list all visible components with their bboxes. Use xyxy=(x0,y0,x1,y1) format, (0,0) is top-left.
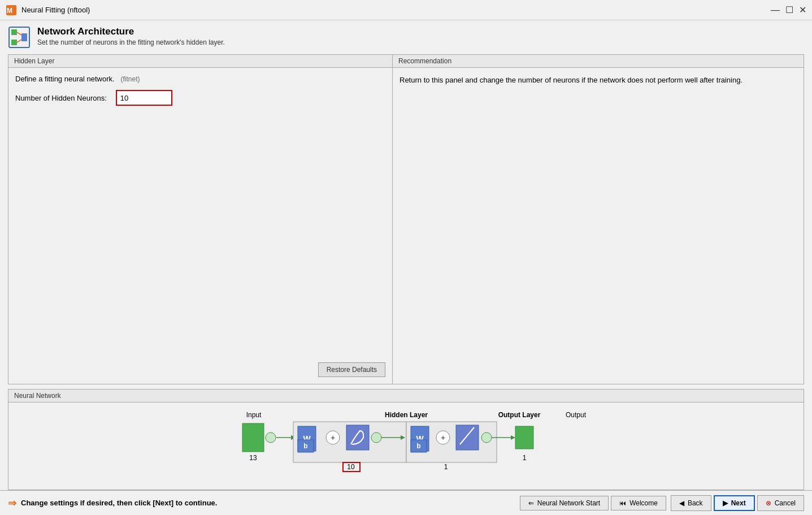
svg-point-24 xyxy=(371,432,381,443)
svg-text:M: M xyxy=(7,7,12,15)
svg-text:+: + xyxy=(440,433,445,442)
bottom-hint: ⇒ Change settings if desired, then click… xyxy=(8,497,217,509)
recommendation-header: Recommendation xyxy=(393,55,804,68)
page-title: Network Architecture xyxy=(37,26,225,37)
network-icon xyxy=(8,26,31,49)
svg-rect-4 xyxy=(11,40,17,45)
svg-text:1: 1 xyxy=(444,463,448,471)
hidden-layer-header: Hidden Layer xyxy=(8,55,392,68)
svg-text:Input: Input xyxy=(246,411,261,419)
maximize-icon[interactable]: ☐ xyxy=(785,5,793,15)
title-bar: M Neural Fitting (nftool) — ☐ ✕ xyxy=(0,0,812,20)
page-subtitle: Set the number of neurons in the fitting… xyxy=(37,38,225,46)
window-title: Neural Fitting (nftool) xyxy=(21,6,90,14)
minimize-icon[interactable]: — xyxy=(771,5,780,15)
neurons-row: Number of Hidden Neurons: xyxy=(15,90,385,106)
svg-text:b: b xyxy=(303,442,307,450)
svg-line-7 xyxy=(17,40,21,42)
svg-rect-41 xyxy=(515,426,533,449)
restore-defaults-button[interactable]: Restore Defaults xyxy=(318,362,385,377)
svg-marker-40 xyxy=(511,435,515,440)
hint-arrow-icon: ⇒ xyxy=(8,497,16,509)
nn-start-icon: ⇐ xyxy=(528,499,534,507)
nav-left-buttons: ⇐ Neural Network Start ⏮ Welcome xyxy=(520,496,666,510)
svg-rect-23 xyxy=(346,425,369,450)
svg-text:Output: Output xyxy=(565,411,586,419)
back-icon: ◀ xyxy=(679,499,684,507)
svg-point-13 xyxy=(266,432,276,443)
next-icon: ▶ xyxy=(723,499,728,507)
svg-point-38 xyxy=(481,432,492,443)
svg-rect-5 xyxy=(21,33,27,41)
welcome-icon: ⏮ xyxy=(619,499,626,507)
neurons-label: Number of Hidden Neurons: xyxy=(15,94,107,102)
neurons-input[interactable] xyxy=(116,90,172,106)
nn-diagram: Input Hidden Layer Output Layer Output 1… xyxy=(203,409,610,483)
svg-rect-3 xyxy=(11,29,17,35)
svg-text:13: 13 xyxy=(249,454,257,462)
back-button[interactable]: ◀ Back xyxy=(671,495,711,511)
recommendation-body: Return to this panel and change the numb… xyxy=(393,68,804,93)
svg-rect-36 xyxy=(456,425,479,450)
svg-text:1: 1 xyxy=(522,454,526,462)
welcome-button[interactable]: ⏮ Welcome xyxy=(611,496,666,510)
footer-nav-buttons: ◀ Back ▶ Next ⊗ Cancel xyxy=(671,495,804,511)
svg-text:Hidden Layer: Hidden Layer xyxy=(384,411,427,419)
define-text: Define a fitting neural network. (fitnet… xyxy=(15,75,385,83)
neural-network-start-button[interactable]: ⇐ Neural Network Start xyxy=(520,496,609,510)
cancel-button[interactable]: ⊗ Cancel xyxy=(757,495,804,511)
svg-rect-12 xyxy=(242,423,264,452)
hidden-layer-panel: Hidden Layer Define a fitting neural net… xyxy=(8,55,393,384)
svg-text:10: 10 xyxy=(347,463,355,471)
recommendation-panel: Recommendation Return to this panel and … xyxy=(393,55,804,384)
svg-line-6 xyxy=(17,32,21,35)
window-controls: — ☐ ✕ xyxy=(771,5,806,15)
svg-text:Output Layer: Output Layer xyxy=(498,411,540,419)
svg-text:b: b xyxy=(416,442,420,450)
app-icon: M xyxy=(6,5,17,16)
next-button[interactable]: ▶ Next xyxy=(714,495,755,511)
neural-network-section: Neural Network Input Hidden Layer Output… xyxy=(8,389,804,490)
nn-section-header: Neural Network xyxy=(8,390,804,403)
bottom-bar: ⇒ Change settings if desired, then click… xyxy=(0,490,812,515)
cancel-icon: ⊗ xyxy=(766,499,771,507)
page-header: Network Architecture Set the number of n… xyxy=(8,26,804,49)
close-icon[interactable]: ✕ xyxy=(799,5,806,15)
fitnet-label: (fitnet) xyxy=(120,75,140,83)
svg-text:+: + xyxy=(330,433,335,442)
hint-text: Change settings if desired, then click [… xyxy=(21,499,217,507)
